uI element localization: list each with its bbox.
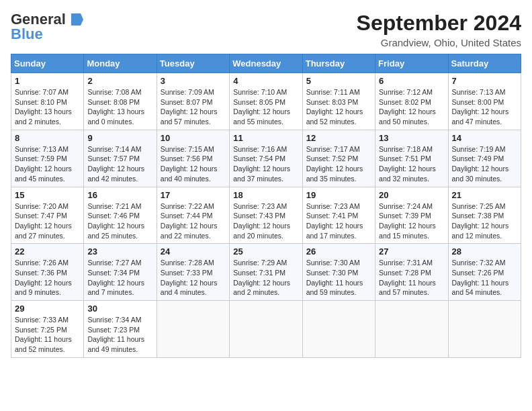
day-info: Sunrise: 7:34 AM Sunset: 7:23 PM Dayligh…	[87, 315, 152, 355]
calendar-day-cell: 20 Sunrise: 7:24 AM Sunset: 7:39 PM Dayl…	[375, 187, 448, 244]
day-number: 13	[379, 133, 444, 143]
day-info: Sunrise: 7:11 AM Sunset: 8:03 PM Dayligh…	[306, 87, 371, 127]
calendar-day-cell: 8 Sunrise: 7:13 AM Sunset: 7:59 PM Dayli…	[11, 130, 84, 187]
day-of-week-header: Wednesday	[230, 54, 302, 73]
calendar-day-cell: 9 Sunrise: 7:14 AM Sunset: 7:57 PM Dayli…	[84, 130, 157, 187]
day-info: Sunrise: 7:33 AM Sunset: 7:25 PM Dayligh…	[15, 315, 80, 355]
day-number: 15	[15, 190, 80, 200]
calendar-day-cell: 21 Sunrise: 7:25 AM Sunset: 7:38 PM Dayl…	[448, 187, 521, 244]
day-info: Sunrise: 7:21 AM Sunset: 7:46 PM Dayligh…	[87, 201, 152, 241]
calendar-day-cell: 27 Sunrise: 7:31 AM Sunset: 7:28 PM Dayl…	[375, 244, 448, 301]
day-info: Sunrise: 7:18 AM Sunset: 7:51 PM Dayligh…	[379, 144, 444, 184]
day-number: 17	[161, 190, 226, 200]
calendar-day-cell: 13 Sunrise: 7:18 AM Sunset: 7:51 PM Dayl…	[375, 130, 448, 187]
day-of-week-header: Sunday	[11, 54, 84, 73]
day-number: 11	[233, 133, 298, 143]
day-info: Sunrise: 7:27 AM Sunset: 7:34 PM Dayligh…	[87, 258, 152, 298]
day-info: Sunrise: 7:30 AM Sunset: 7:30 PM Dayligh…	[306, 258, 371, 298]
day-number: 16	[87, 190, 152, 200]
day-of-week-header: Tuesday	[157, 54, 229, 73]
day-number: 21	[452, 190, 517, 200]
day-info: Sunrise: 7:13 AM Sunset: 8:00 PM Dayligh…	[452, 87, 517, 127]
day-number: 3	[161, 76, 226, 86]
day-info: Sunrise: 7:15 AM Sunset: 7:56 PM Dayligh…	[161, 144, 226, 184]
day-info: Sunrise: 7:08 AM Sunset: 8:08 PM Dayligh…	[87, 87, 152, 127]
day-number: 4	[233, 76, 298, 86]
day-number: 24	[161, 246, 226, 257]
day-info: Sunrise: 7:12 AM Sunset: 8:02 PM Dayligh…	[379, 87, 444, 127]
day-info: Sunrise: 7:32 AM Sunset: 7:26 PM Dayligh…	[452, 258, 517, 298]
calendar-week-row: 15 Sunrise: 7:20 AM Sunset: 7:47 PM Dayl…	[11, 187, 521, 244]
calendar-day-cell: 16 Sunrise: 7:21 AM Sunset: 7:46 PM Dayl…	[84, 187, 157, 244]
calendar-day-cell: 6 Sunrise: 7:12 AM Sunset: 8:02 PM Dayli…	[375, 73, 448, 130]
calendar-day-cell: 2 Sunrise: 7:08 AM Sunset: 8:08 PM Dayli…	[84, 73, 157, 130]
day-info: Sunrise: 7:10 AM Sunset: 8:05 PM Dayligh…	[233, 87, 298, 127]
title-block: September 2024 Grandview, Ohio, United S…	[357, 11, 521, 48]
day-number: 18	[233, 190, 298, 200]
day-number: 27	[379, 246, 444, 257]
subtitle: Grandview, Ohio, United States	[357, 37, 521, 48]
logo-icon	[69, 12, 83, 27]
day-number: 28	[452, 246, 517, 257]
calendar-day-cell: 28 Sunrise: 7:32 AM Sunset: 7:26 PM Dayl…	[448, 244, 521, 301]
calendar-day-cell: 29 Sunrise: 7:33 AM Sunset: 7:25 PM Dayl…	[11, 301, 84, 358]
day-number: 20	[379, 190, 444, 200]
day-info: Sunrise: 7:26 AM Sunset: 7:36 PM Dayligh…	[15, 258, 80, 298]
day-number: 26	[306, 246, 371, 257]
day-info: Sunrise: 7:19 AM Sunset: 7:49 PM Dayligh…	[452, 144, 517, 184]
calendar-day-cell: 15 Sunrise: 7:20 AM Sunset: 7:47 PM Dayl…	[11, 187, 84, 244]
calendar-week-row: 8 Sunrise: 7:13 AM Sunset: 7:59 PM Dayli…	[11, 130, 521, 187]
day-number: 1	[15, 76, 80, 86]
day-info: Sunrise: 7:07 AM Sunset: 8:10 PM Dayligh…	[15, 87, 80, 127]
calendar-day-cell: 26 Sunrise: 7:30 AM Sunset: 7:30 PM Dayl…	[302, 244, 375, 301]
calendar-table: SundayMondayTuesdayWednesdayThursdayFrid…	[11, 54, 521, 358]
calendar-week-row: 22 Sunrise: 7:26 AM Sunset: 7:36 PM Dayl…	[11, 244, 521, 301]
calendar-day-cell: 17 Sunrise: 7:22 AM Sunset: 7:44 PM Dayl…	[157, 187, 229, 244]
calendar-week-row: 1 Sunrise: 7:07 AM Sunset: 8:10 PM Dayli…	[11, 73, 521, 130]
day-number: 5	[306, 76, 371, 86]
day-number: 7	[452, 76, 517, 86]
day-of-week-header: Monday	[84, 54, 157, 73]
day-info: Sunrise: 7:25 AM Sunset: 7:38 PM Dayligh…	[452, 201, 517, 241]
calendar-day-cell	[157, 301, 229, 358]
day-number: 10	[161, 133, 226, 143]
day-number: 19	[306, 190, 371, 200]
day-number: 14	[452, 133, 517, 143]
day-info: Sunrise: 7:23 AM Sunset: 7:41 PM Dayligh…	[306, 201, 371, 241]
day-number: 6	[379, 76, 444, 86]
calendar-day-cell: 22 Sunrise: 7:26 AM Sunset: 7:36 PM Dayl…	[11, 244, 84, 301]
calendar-day-cell: 14 Sunrise: 7:19 AM Sunset: 7:49 PM Dayl…	[448, 130, 521, 187]
calendar-day-cell: 3 Sunrise: 7:09 AM Sunset: 8:07 PM Dayli…	[157, 73, 229, 130]
calendar-day-cell: 25 Sunrise: 7:29 AM Sunset: 7:31 PM Dayl…	[230, 244, 302, 301]
day-of-week-header: Saturday	[448, 54, 521, 73]
day-info: Sunrise: 7:22 AM Sunset: 7:44 PM Dayligh…	[161, 201, 226, 241]
calendar-day-cell: 18 Sunrise: 7:23 AM Sunset: 7:43 PM Dayl…	[230, 187, 302, 244]
logo: General Blue	[11, 11, 83, 43]
day-number: 2	[87, 76, 152, 86]
day-number: 22	[15, 246, 80, 257]
calendar-day-cell: 30 Sunrise: 7:34 AM Sunset: 7:23 PM Dayl…	[84, 301, 157, 358]
calendar-day-cell: 7 Sunrise: 7:13 AM Sunset: 8:00 PM Dayli…	[448, 73, 521, 130]
page-header: General Blue September 2024 Grandview, O…	[11, 11, 521, 48]
logo-blue: Blue	[11, 26, 43, 43]
calendar-day-cell	[375, 301, 448, 358]
day-info: Sunrise: 7:23 AM Sunset: 7:43 PM Dayligh…	[233, 201, 298, 241]
day-info: Sunrise: 7:31 AM Sunset: 7:28 PM Dayligh…	[379, 258, 444, 298]
day-number: 25	[233, 246, 298, 257]
calendar-day-cell: 19 Sunrise: 7:23 AM Sunset: 7:41 PM Dayl…	[302, 187, 375, 244]
day-number: 8	[15, 133, 80, 143]
calendar-week-row: 29 Sunrise: 7:33 AM Sunset: 7:25 PM Dayl…	[11, 301, 521, 358]
calendar-day-cell: 24 Sunrise: 7:28 AM Sunset: 7:33 PM Dayl…	[157, 244, 229, 301]
day-of-week-header: Thursday	[302, 54, 375, 73]
day-number: 9	[87, 133, 152, 143]
calendar-day-cell: 10 Sunrise: 7:15 AM Sunset: 7:56 PM Dayl…	[157, 130, 229, 187]
day-number: 23	[87, 246, 152, 257]
calendar-day-cell: 11 Sunrise: 7:16 AM Sunset: 7:54 PM Dayl…	[230, 130, 302, 187]
calendar-day-cell: 12 Sunrise: 7:17 AM Sunset: 7:52 PM Dayl…	[302, 130, 375, 187]
calendar-day-cell	[230, 301, 302, 358]
day-info: Sunrise: 7:14 AM Sunset: 7:57 PM Dayligh…	[87, 144, 152, 184]
svg-marker-0	[71, 13, 83, 26]
day-info: Sunrise: 7:24 AM Sunset: 7:39 PM Dayligh…	[379, 201, 444, 241]
day-of-week-header: Friday	[375, 54, 448, 73]
day-number: 12	[306, 133, 371, 143]
